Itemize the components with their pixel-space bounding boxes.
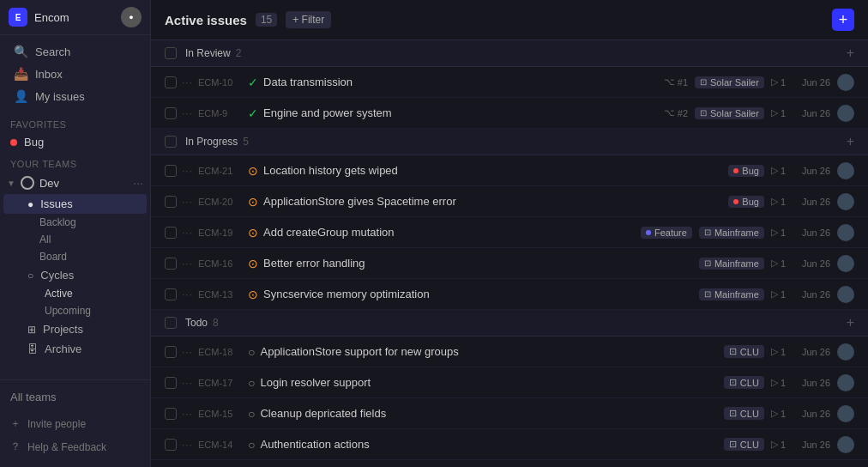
group-add-button[interactable]: + xyxy=(847,45,854,61)
filter-button[interactable]: + Filter xyxy=(286,11,331,28)
avatar xyxy=(837,436,854,453)
play-icon: ▷ xyxy=(771,196,778,207)
team-dev-label: Dev xyxy=(39,177,59,190)
branch-tag: ⌥#1 xyxy=(664,76,688,88)
status-in-review-icon: ✓ xyxy=(248,76,258,89)
row-checkbox[interactable] xyxy=(165,76,177,88)
row-menu-icon[interactable]: ··· xyxy=(182,288,193,300)
cycle-icon: ⊡ xyxy=(704,227,711,237)
table-row[interactable]: ··· ECM-14 ○ Authentication actions ⊡CLU… xyxy=(151,429,868,460)
add-issue-button[interactable]: + xyxy=(832,9,854,31)
row-menu-icon[interactable]: ··· xyxy=(182,165,193,177)
sidebar-item-all[interactable]: All xyxy=(3,231,147,248)
sidebar-item-cycles-upcoming[interactable]: Upcoming xyxy=(0,302,150,319)
group-checkbox[interactable] xyxy=(165,47,177,59)
group-add-button[interactable]: + xyxy=(847,134,854,149)
sidebar-item-bug[interactable]: Bug xyxy=(0,132,150,152)
sidebar-item-inbox-label: Inbox xyxy=(35,68,63,81)
status-todo-icon: ○ xyxy=(248,345,255,359)
row-checkbox[interactable] xyxy=(165,288,177,300)
sidebar-item-myissues-label: My issues xyxy=(35,90,85,103)
row-checkbox[interactable] xyxy=(165,258,177,270)
table-row[interactable]: ··· ECM-10 ✓ Data transmission ⌥#1⊡Solar… xyxy=(151,67,868,98)
row-checkbox[interactable] xyxy=(165,227,177,239)
sidebar-item-cycles[interactable]: ○ Cycles xyxy=(3,265,147,285)
table-row[interactable]: ··· ECM-20 ⊙ ApplicationStore gives Spac… xyxy=(151,186,868,217)
issue-id: ECM-19 xyxy=(198,227,243,238)
play-icon: ▷ xyxy=(771,258,778,269)
date-label: Jun 26 xyxy=(793,77,830,88)
sidebar-item-board[interactable]: Board xyxy=(3,248,147,265)
avatar xyxy=(837,162,854,179)
sidebar-item-backlog[interactable]: Backlog xyxy=(3,214,147,231)
play-tag: ▷1 xyxy=(771,258,786,269)
issue-id: ECM-20 xyxy=(198,197,243,207)
date-label: Jun 26 xyxy=(793,197,830,207)
issue-meta: ⊡CLU▷1Jun 26 xyxy=(724,343,854,361)
group-count: 2 xyxy=(236,47,242,59)
date-label: Jun 26 xyxy=(793,108,830,118)
sidebar-item-search[interactable]: 🔍 Search xyxy=(3,40,147,63)
row-checkbox[interactable] xyxy=(165,107,177,119)
row-checkbox[interactable] xyxy=(165,377,177,389)
row-menu-icon[interactable]: ··· xyxy=(182,258,193,270)
user-avatar-btn[interactable]: ● xyxy=(121,7,142,27)
table-row[interactable]: ··· ECM-18 ○ ApplicationStore support fo… xyxy=(151,337,868,367)
table-row[interactable]: ··· ECM-21 ⊙ Location history gets wiped… xyxy=(151,155,868,186)
row-menu-icon[interactable]: ··· xyxy=(182,439,193,451)
sidebar-item-archive[interactable]: 🗄 Archive xyxy=(3,339,147,359)
projects-icon: ⊞ xyxy=(27,324,36,336)
play-tag: ▷1 xyxy=(771,107,786,118)
table-row[interactable]: ··· ECM-16 ⊙ Better error handling ⊡Main… xyxy=(151,248,868,279)
workspace-header[interactable]: E Encom ● xyxy=(0,0,150,35)
team-dev-header[interactable]: ▼ Dev ··· xyxy=(0,172,150,194)
row-checkbox[interactable] xyxy=(165,439,177,451)
sidebar-item-inbox[interactable]: 📥 Inbox xyxy=(3,63,147,85)
table-row[interactable]: ··· ECM-9 ✓ Engine and power system ⌥#2⊡… xyxy=(151,98,868,129)
sidebar-item-myissues[interactable]: 👤 My issues xyxy=(3,85,147,107)
issue-meta: ⊡Mainframe▷1Jun 26 xyxy=(699,255,854,272)
table-row[interactable]: ··· ECM-13 ⊙ Syncservice memory optimiza… xyxy=(151,279,868,310)
help-icon: ？ xyxy=(10,440,21,454)
issue-meta: ⊡Mainframe▷1Jun 26 xyxy=(699,286,854,303)
row-checkbox[interactable] xyxy=(165,408,177,420)
row-menu-icon[interactable]: ··· xyxy=(182,346,193,358)
sidebar-item-issues[interactable]: ● Issues xyxy=(3,194,147,214)
table-row[interactable]: ··· ECM-12 ○ Walkway lighting ⊡CLU▷1Jun … xyxy=(151,460,868,467)
branch-tag: ⌥#2 xyxy=(664,107,688,118)
issue-id: ECM-16 xyxy=(198,258,243,269)
sidebar-item-cycles-active[interactable]: Active xyxy=(0,285,150,302)
row-menu-icon[interactable]: ··· xyxy=(182,227,193,239)
sidebar-item-projects[interactable]: ⊞ Projects xyxy=(3,319,147,339)
issue-title: Data transmission xyxy=(263,76,659,88)
play-icon: ▷ xyxy=(771,439,778,450)
row-checkbox[interactable] xyxy=(165,196,177,208)
table-row[interactable]: ··· ECM-15 ○ Cleanup depricated fields ⊡… xyxy=(151,398,868,429)
date-label: Jun 26 xyxy=(793,440,830,450)
issue-meta: ⌥#2⊡Solar Sailer▷1Jun 26 xyxy=(664,105,854,122)
group-checkbox[interactable] xyxy=(165,317,177,329)
table-row[interactable]: ··· ECM-19 ⊙ Add createGroup mutation Fe… xyxy=(151,217,868,248)
row-checkbox[interactable] xyxy=(165,165,177,177)
row-checkbox[interactable] xyxy=(165,346,177,358)
workspace-icon: E xyxy=(9,8,27,27)
play-icon: ▷ xyxy=(771,408,778,419)
row-menu-icon[interactable]: ··· xyxy=(182,377,193,389)
group-add-button[interactable]: + xyxy=(847,315,854,331)
archive-icon: 🗄 xyxy=(27,343,38,355)
row-menu-icon[interactable]: ··· xyxy=(182,196,193,208)
row-menu-icon[interactable]: ··· xyxy=(182,76,193,88)
sidebar-invite-people[interactable]: ＋ Invite people xyxy=(0,412,150,435)
group-checkbox[interactable] xyxy=(165,136,177,148)
group-header-in-review: In Review 2 + xyxy=(151,40,868,67)
row-menu-icon[interactable]: ··· xyxy=(182,408,193,420)
team-more-icon[interactable]: ··· xyxy=(133,176,143,190)
row-menu-icon[interactable]: ··· xyxy=(182,107,193,119)
favorite-bug-label: Bug xyxy=(24,136,44,149)
group-title: Todo xyxy=(185,317,208,329)
sidebar-help[interactable]: ？ Help & Feedback xyxy=(0,435,150,458)
sidebar-all-teams[interactable]: All teams xyxy=(0,385,150,409)
table-row[interactable]: ··· ECM-17 ○ Login resolver support ⊡CLU… xyxy=(151,367,868,398)
page-title: Active issues xyxy=(165,13,247,27)
bug-dot-icon xyxy=(10,139,17,146)
